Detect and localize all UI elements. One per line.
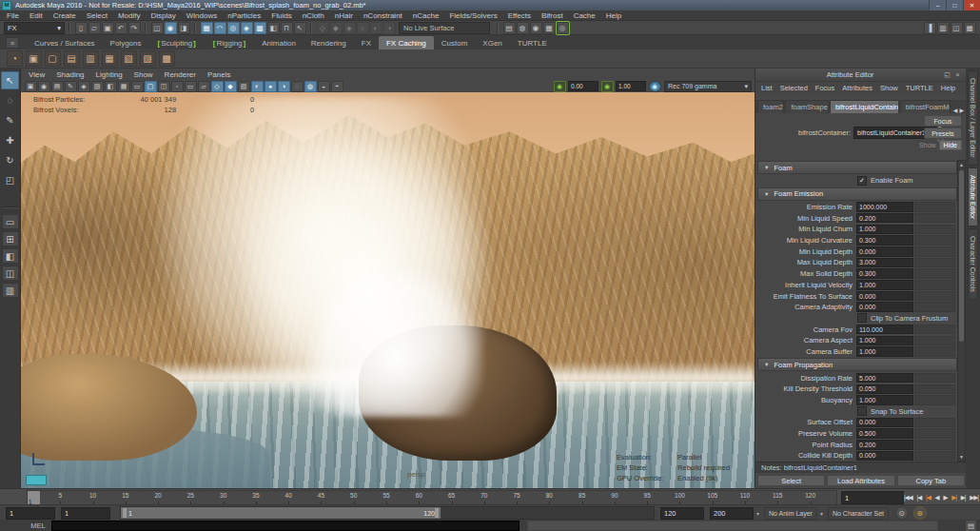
close-button[interactable]: ✕ — [963, 0, 980, 10]
render-current-frame-icon[interactable]: ◍ — [517, 22, 529, 34]
attribute-slider[interactable] — [914, 395, 955, 405]
menu-windows[interactable]: Windows — [186, 11, 217, 20]
section-header-foam[interactable]: ▼Foam — [757, 161, 957, 174]
save-scene-icon[interactable]: ▣ — [102, 22, 114, 34]
motion-blur-icon[interactable]: ◌ — [291, 81, 304, 92]
delete-cache-icon[interactable]: ▢ — [45, 50, 61, 67]
shaded-icon[interactable]: ◆ — [225, 81, 237, 92]
copy-tab-button[interactable]: Copy Tab — [897, 475, 965, 486]
new-scene-icon[interactable]: ▯ — [75, 22, 88, 34]
undo-icon[interactable]: ↶ — [115, 22, 127, 34]
scroll-up-icon[interactable]: ▲ — [958, 162, 965, 167]
range-slider-track[interactable]: 1 120 — [120, 506, 655, 520]
outliner-split-layout-icon[interactable]: ▥ — [2, 283, 19, 298]
textured-icon[interactable]: ▧ — [238, 81, 250, 92]
menu-bifrost[interactable]: Bifrost — [541, 11, 563, 20]
shelf-tab-custom[interactable]: Custom — [434, 36, 476, 49]
side-tab-attribute-editor[interactable]: Attribute Editor — [968, 167, 978, 226]
step-forward-key-button[interactable]: ▶| — [951, 494, 956, 502]
modeling-toolkit-toggle-icon[interactable]: ▦ — [964, 22, 976, 34]
checkbox-enable-foam[interactable]: ✓ — [857, 176, 867, 186]
step-back-key-button[interactable]: |◀ — [926, 494, 931, 502]
color-management-icon[interactable]: ◉ — [649, 81, 661, 92]
tab-scroll-left-icon[interactable]: ◀ — [953, 107, 958, 113]
ae-menu-turtle[interactable]: TURTLE — [906, 84, 933, 92]
presets-button[interactable]: Presets — [924, 128, 962, 139]
animation-start-field[interactable]: 1 — [6, 507, 55, 520]
attribute-slider[interactable] — [914, 213, 955, 224]
attribute-editor-header[interactable]: Attribute Editor ◱ × — [755, 69, 966, 82]
menu-create[interactable]: Create — [53, 11, 76, 20]
make-live-icon[interactable]: ◧ — [267, 22, 280, 34]
maximize-button[interactable]: □ — [946, 0, 963, 10]
two-pane-side-layout-icon[interactable]: ◧ — [2, 248, 19, 264]
use-all-lights-icon[interactable]: ◐ — [251, 81, 264, 92]
attribute-value-field[interactable]: 1.000 — [856, 280, 913, 290]
film-gate-icon[interactable]: ▭ — [131, 81, 144, 92]
snap-point-icon[interactable]: ◎ — [227, 22, 240, 34]
shelf-tab-curves-surfaces[interactable]: Curves / Surfaces — [27, 36, 103, 49]
attribute-value-field[interactable]: 0.000 — [856, 246, 913, 257]
ae-menu-list[interactable]: List — [761, 84, 773, 92]
two-d-pan-zoom-icon[interactable]: ◧ — [105, 81, 117, 92]
export-cache-icon[interactable]: ▩ — [159, 50, 175, 67]
select-camera-icon[interactable]: ▣ — [25, 81, 37, 92]
menu-help[interactable]: Help — [606, 11, 621, 20]
go-to-start-button[interactable]: |◀◀ — [904, 494, 912, 502]
attribute-value-field[interactable]: 0.000 — [856, 302, 913, 312]
close-panel-icon[interactable]: × — [953, 70, 962, 79]
paint-select-tool-icon[interactable]: ✎ — [1, 111, 19, 129]
ae-menu-attributes[interactable]: Attributes — [842, 84, 872, 92]
attribute-value-field[interactable]: 0.000 — [856, 418, 913, 428]
menu-set-dropdown[interactable]: FX ▾ — [4, 22, 65, 34]
input-connections-icon[interactable]: ◇ — [317, 22, 329, 34]
current-frame-field[interactable]: 1 — [841, 491, 904, 504]
playback-end-field[interactable]: 120 — [660, 507, 704, 520]
menu-nparticles[interactable]: nParticles — [227, 11, 261, 20]
menu-display[interactable]: Display — [151, 11, 176, 20]
scroll-down-icon[interactable]: ▼ — [958, 454, 965, 460]
remove-cache-icon[interactable]: ▥ — [83, 50, 99, 67]
select-object-icon[interactable]: ◉ — [165, 22, 177, 34]
hide-button[interactable]: Hide — [939, 140, 962, 150]
four-pane-layout-icon[interactable]: ⊞ — [2, 231, 19, 246]
merge-cache-icon[interactable]: ▦ — [102, 50, 118, 67]
attribute-slider[interactable] — [914, 246, 955, 257]
ae-menu-focus[interactable]: Focus — [815, 84, 834, 92]
step-forward-frame-button[interactable]: ▶| — [961, 494, 966, 502]
load-attributes-button[interactable]: Load Attributes — [827, 475, 894, 486]
depth-of-field-icon[interactable]: ◒ — [318, 81, 330, 92]
snap-curve-icon[interactable]: ◠ — [214, 22, 226, 34]
panel-menu-show[interactable]: Show — [134, 70, 153, 79]
checkbox-snap-to-surface[interactable] — [857, 406, 867, 416]
safe-title-icon[interactable]: ▭ — [185, 81, 197, 92]
attribute-slider[interactable] — [914, 451, 955, 462]
channel-box-toggle-icon[interactable]: ◫ — [951, 22, 963, 34]
redo-icon[interactable]: ↷ — [128, 22, 141, 34]
shadows-icon[interactable]: ● — [265, 81, 277, 92]
render-view-icon[interactable]: ▤ — [503, 22, 516, 34]
create-cache-icon[interactable]: ▣ — [26, 50, 42, 67]
rotate-tool-icon[interactable]: ↻ — [1, 151, 19, 169]
append-cache-icon[interactable]: ▨ — [140, 50, 156, 67]
ae-menu-help[interactable]: Help — [941, 84, 955, 92]
shelf-tab-xgen[interactable]: XGen — [475, 36, 509, 49]
animation-preferences-icon[interactable]: ⊛ — [913, 506, 927, 520]
attribute-value-field[interactable]: 1.000 — [856, 395, 913, 405]
bifrost-marker-icon[interactable]: ◔ — [7, 50, 23, 67]
attribute-value-field[interactable]: 0.000 — [856, 291, 913, 302]
gamma-field[interactable]: 1.00 — [616, 81, 646, 91]
wireframe-icon[interactable]: ◇ — [211, 81, 224, 92]
attribute-slider[interactable] — [914, 258, 955, 268]
select-component-icon[interactable]: ◨ — [178, 22, 190, 34]
side-tab-channel-box-layer-editor[interactable]: Channel Box / Layer Editor — [968, 70, 978, 166]
panel-menu-lighting[interactable]: Lighting — [96, 70, 123, 79]
section-header-foam-propagation[interactable]: ▼Foam Propagation — [757, 358, 957, 371]
menu-nconstraint[interactable]: nConstraint — [363, 11, 402, 20]
field-chart-icon[interactable]: ▱ — [198, 81, 210, 92]
show-label[interactable]: Show — [919, 142, 936, 148]
exposure-field[interactable]: 0.00 — [568, 81, 598, 91]
attribute-value-field[interactable]: 0.000 — [856, 451, 913, 462]
attribute-slider[interactable] — [914, 428, 955, 439]
select-button[interactable]: Select — [757, 475, 825, 486]
